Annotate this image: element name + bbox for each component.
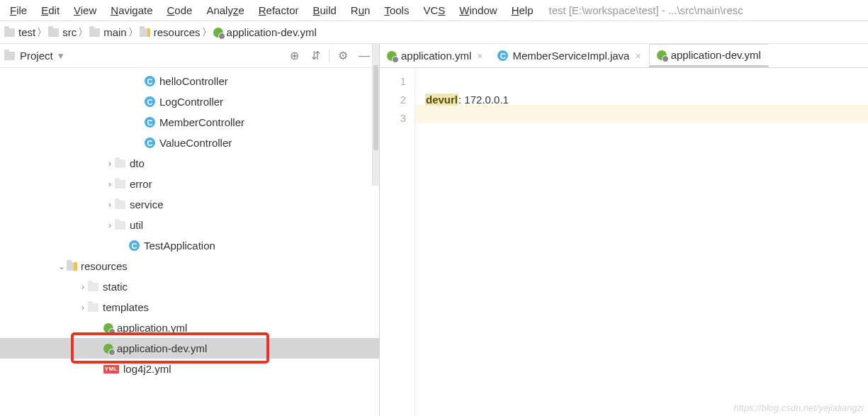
tree-node-label: application-dev.yml	[117, 342, 207, 354]
tree-node[interactable]: ›templates	[0, 297, 379, 317]
tree-node[interactable]: YMLlog4j2.yml	[0, 359, 379, 379]
breadcrumb-item[interactable]: src	[47, 26, 78, 38]
tree-node[interactable]: application.yml	[0, 317, 379, 338]
tree-arrow-icon[interactable]: ›	[78, 303, 88, 313]
collapse-icon[interactable]: ⇵	[308, 49, 322, 63]
menu-item[interactable]: Refactor	[252, 3, 306, 18]
hide-icon[interactable]: —	[357, 49, 371, 63]
tree-node-label: error	[130, 178, 152, 190]
tree-arrow-icon[interactable]: ›	[105, 159, 115, 169]
menu-item[interactable]: Tools	[377, 3, 416, 18]
tree-scrollbar[interactable]	[372, 68, 379, 186]
tree-node[interactable]: ›service	[0, 194, 379, 215]
tree-node[interactable]: ›dto	[0, 153, 379, 174]
breadcrumb-label: application-dev.yml	[227, 26, 317, 38]
tab-label: MemberServiceImpl.java	[512, 50, 629, 62]
class-icon: C	[145, 96, 155, 107]
tree-node-label: dto	[130, 157, 145, 169]
breadcrumb-item[interactable]: test	[3, 26, 37, 38]
project-tree[interactable]: ChelloControllerCLogControllerCMemberCon…	[0, 68, 379, 416]
breadcrumb-item[interactable]: main	[88, 26, 128, 38]
tree-node-label: util	[130, 219, 143, 231]
tree-node[interactable]: ChelloController	[0, 71, 379, 91]
menu-item[interactable]: View	[67, 3, 103, 18]
code-area[interactable]: 123 devurl: 172.0.0.1	[380, 68, 868, 416]
tree-arrow-icon[interactable]: ›	[78, 282, 88, 292]
spring-icon	[657, 50, 667, 60]
tree-node-label: TestApplication	[144, 240, 215, 252]
tree-node[interactable]: ›util	[0, 215, 379, 235]
close-icon[interactable]: ×	[635, 50, 641, 62]
menu-item[interactable]: Build	[305, 3, 343, 18]
tree-arrow-icon[interactable]: ⌄	[57, 262, 67, 271]
class-icon: C	[145, 76, 155, 86]
editor-panel: application.yml×CMemberServiceImpl.java×…	[380, 44, 868, 416]
window-title: test [E:\workspace\test] - ...\src\main\…	[549, 4, 743, 16]
tree-arrow-icon[interactable]: ›	[105, 220, 115, 230]
tree-node-label: helloController	[159, 75, 228, 87]
editor-tab[interactable]: CMemberServiceImpl.java×	[490, 44, 648, 67]
tree-node[interactable]: ›static	[0, 276, 379, 297]
project-panel: Project ▼ ⊕ ⇵ ⚙ — ChelloControllerCLogCo…	[0, 44, 380, 416]
tree-node[interactable]: application-dev.yml	[0, 338, 379, 359]
breadcrumb-item[interactable]: resources	[138, 26, 202, 38]
tree-node[interactable]: ›error	[0, 174, 379, 194]
code-line	[425, 72, 868, 91]
class-icon: C	[129, 240, 140, 251]
line-number: 3	[380, 109, 406, 128]
menu-item[interactable]: Analyze	[199, 3, 251, 18]
breadcrumb-separator: 〉	[37, 26, 47, 39]
tree-arrow-icon[interactable]: ›	[105, 200, 115, 210]
tree-node-label: application.yml	[117, 322, 187, 334]
code-line: devurl: 172.0.0.1	[425, 91, 868, 109]
folder-icon	[140, 28, 150, 37]
tree-node[interactable]: CMemberController	[0, 112, 379, 133]
breadcrumb-separator: 〉	[202, 26, 212, 39]
tree-node-label: MemberController	[159, 116, 244, 128]
menu-item[interactable]: Code	[160, 3, 200, 18]
editor-tabs: application.yml×CMemberServiceImpl.java×…	[380, 44, 868, 68]
breadcrumb-separator: 〉	[128, 26, 138, 39]
code-line	[425, 109, 868, 128]
folder-icon	[115, 159, 125, 168]
spring-icon	[103, 344, 113, 354]
menu-item[interactable]: Window	[452, 3, 504, 18]
project-dropdown-icon[interactable]: ▼	[57, 51, 65, 61]
breadcrumb-label: test	[18, 26, 35, 38]
folder-icon	[115, 201, 125, 209]
gear-icon[interactable]: ⚙	[336, 49, 350, 63]
breadcrumb-bar: test〉src〉main〉resources〉application-dev.…	[0, 21, 868, 44]
folder-icon	[48, 28, 59, 37]
line-number: 1	[380, 72, 406, 91]
editor-tab[interactable]: application.yml×	[380, 44, 490, 67]
yaml-value: 172.0.0.1	[464, 94, 509, 106]
scrollbar-thumb[interactable]	[373, 68, 378, 150]
menu-item[interactable]: File	[3, 3, 34, 18]
line-gutter: 123	[380, 68, 415, 416]
tree-node[interactable]: CLogController	[0, 91, 379, 112]
tree-node[interactable]: CValueController	[0, 133, 379, 153]
close-icon[interactable]: ×	[477, 50, 483, 62]
menu-item[interactable]: Edit	[34, 3, 67, 18]
breadcrumb-item[interactable]: application-dev.yml	[212, 26, 318, 38]
menu-item[interactable]: Run	[344, 3, 378, 18]
project-panel-header: Project ▼ ⊕ ⇵ ⚙ —	[0, 44, 379, 68]
folder-icon	[115, 221, 125, 230]
tree-node[interactable]: ⌄resources	[0, 256, 379, 276]
locate-icon[interactable]: ⊕	[287, 49, 301, 63]
breadcrumb-separator: 〉	[78, 26, 88, 39]
menu-item[interactable]: VCS	[416, 3, 452, 18]
editor-tab[interactable]: application-dev.yml	[649, 44, 769, 67]
class-icon: C	[497, 50, 508, 61]
project-panel-title: Project	[20, 50, 53, 62]
source-view[interactable]: devurl: 172.0.0.1	[415, 68, 868, 416]
tree-node[interactable]: CTestApplication	[0, 235, 379, 256]
tree-node-label: LogController	[159, 96, 223, 108]
breadcrumb-label: src	[62, 26, 77, 38]
yml-icon: YML	[103, 365, 119, 373]
menu-item[interactable]: Navigate	[103, 3, 159, 18]
tree-node-label: resources	[81, 260, 128, 272]
tree-arrow-icon[interactable]: ›	[105, 179, 115, 189]
menu-item[interactable]: Help	[505, 3, 541, 18]
spring-icon	[387, 51, 397, 61]
